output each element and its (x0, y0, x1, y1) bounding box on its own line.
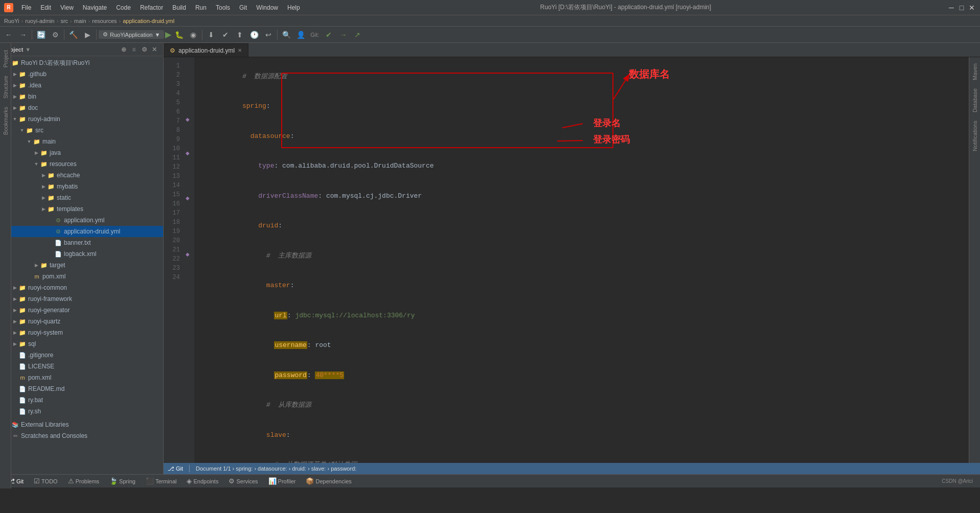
tree-item-ruoyi-generator[interactable]: ▶ 📁 ruoyi-generator (0, 305, 163, 316)
breadcrumb-part-5[interactable]: resources (92, 18, 117, 24)
menu-file[interactable]: File (17, 3, 35, 12)
vcs-update-button[interactable]: ⬇ (204, 28, 218, 41)
right-tab-maven[interactable]: Maven (971, 59, 979, 84)
left-tab-project[interactable]: Project (2, 47, 10, 71)
tree-item-src[interactable]: ▼ 📁 src (0, 125, 163, 136)
tree-item-templates[interactable]: ▶ 📁 templates (0, 203, 163, 215)
tree-item-ehcache[interactable]: ▶ 📁 ehcache (0, 170, 163, 181)
bottom-tool-profiler[interactable]: 📊 Profiler (265, 476, 299, 486)
comment-enabled: # 从数据源开关/默认关闭 (274, 461, 356, 463)
debug-button[interactable]: 🐛 (172, 28, 186, 41)
sidebar-dropdown-arrow[interactable]: ▼ (25, 46, 31, 53)
breadcrumb-part-4[interactable]: main (74, 18, 86, 24)
tree-item-ruoyi-common[interactable]: ▶ 📁 ruoyi-common (0, 282, 163, 293)
menu-view[interactable]: View (56, 3, 78, 12)
tree-item-bin[interactable]: ▶ 📁 bin (0, 91, 163, 102)
menu-code[interactable]: Code (112, 3, 135, 12)
sidebar-action-3[interactable]: ⚙ (140, 45, 149, 54)
tree-item-scratches[interactable]: ▶ ✏ Scratches and Consoles (0, 430, 163, 441)
left-tab-bookmarks[interactable]: Bookmarks (2, 104, 10, 138)
menu-build[interactable]: Build (168, 3, 190, 12)
tree-item-idea[interactable]: ▶ 📁 .idea (0, 80, 163, 91)
tree-item-doc[interactable]: ▶ 📁 doc (0, 102, 163, 113)
sync-button[interactable]: 🔄 (34, 28, 48, 41)
vcs-history-button[interactable]: 🕐 (247, 28, 261, 41)
right-tab-notifications[interactable]: Notifications (971, 116, 979, 155)
right-tab-database[interactable]: Database (971, 84, 979, 116)
tree-item-github[interactable]: ▶ 📁 .github (0, 68, 163, 80)
tree-item-resources[interactable]: ▼ 📁 resources (0, 158, 163, 170)
menu-navigate[interactable]: Navigate (79, 3, 111, 12)
maximize-button[interactable]: □ (958, 4, 966, 12)
tree-item-logback[interactable]: 📄 logback.xml (0, 248, 163, 260)
tree-item-app-yml[interactable]: ⚙ application.yml (0, 215, 163, 226)
bottom-tool-todo[interactable]: ☑ TODO (31, 476, 61, 486)
tree-item-ruoyi-system[interactable]: ▶ 📁 ruoyi-system (0, 327, 163, 338)
tree-item-license[interactable]: 📄 LICENSE (0, 361, 163, 372)
git-check-button[interactable]: ✔ (322, 28, 335, 41)
tree-item-ruoyi-framework[interactable]: ▶ 📁 ruoyi-framework (0, 293, 163, 305)
bottom-tool-dependencies[interactable]: 📦 Dependencies (303, 476, 354, 486)
menu-refactor[interactable]: Refactor (136, 3, 167, 12)
back-button[interactable]: ← (2, 28, 15, 41)
breadcrumb-part-2[interactable]: ruoyi-admin (25, 18, 54, 24)
vcs-commit-button[interactable]: ✔ (219, 28, 232, 41)
tree-item-main[interactable]: ▼ 📁 main (0, 136, 163, 147)
tree-item-java[interactable]: ▶ 📁 java (0, 147, 163, 158)
breadcrumb-part-6[interactable]: application-druid.yml (123, 18, 174, 24)
tree-item-static[interactable]: ▶ 📁 static (0, 192, 163, 203)
code-line-14: # 从数据源开关/默认关闭 (202, 450, 961, 463)
vcs-revert-button[interactable]: ↩ (262, 28, 275, 41)
sidebar-action-2[interactable]: ≡ (129, 45, 139, 54)
tree-item-sql[interactable]: ▶ 📁 sql (0, 338, 163, 349)
bottom-tool-terminal[interactable]: ⬛ Terminal (143, 476, 180, 486)
tree-item-ruoyi-admin[interactable]: ▼ 📁 ruoyi-admin (0, 113, 163, 125)
tree-item-pom-admin[interactable]: m pom.xml (0, 271, 163, 282)
close-button[interactable]: ✕ (968, 4, 976, 12)
tree-item-gitignore[interactable]: 📄 .gitignore (0, 349, 163, 361)
build-button[interactable]: 🔨 (66, 28, 80, 41)
breadcrumb-part-3[interactable]: src (60, 18, 68, 24)
minimize-button[interactable]: ─ (947, 4, 955, 12)
left-tab-structure[interactable]: Structure (2, 73, 10, 102)
breadcrumb-part-1[interactable]: RuoYi (4, 18, 19, 24)
tree-item-druid-yml[interactable]: ⚙ application-druid.yml (0, 226, 163, 237)
run-button[interactable]: ▶ (165, 30, 171, 39)
tree-item-ext-lib[interactable]: ▶ 📚 External Libraries (0, 419, 163, 430)
user-button[interactable]: 👤 (294, 28, 307, 41)
tree-item-readme[interactable]: 📄 README.md (0, 383, 163, 394)
tree-item-pom-root[interactable]: m pom.xml (0, 372, 163, 383)
menu-window[interactable]: Window (252, 3, 282, 12)
forward-button[interactable]: → (16, 28, 30, 41)
tree-item-rybat[interactable]: 📄 ry.bat (0, 394, 163, 406)
menu-run[interactable]: Run (191, 3, 211, 12)
tab-close-button[interactable]: ✕ (238, 48, 242, 53)
status-git[interactable]: ⎇ Git (168, 465, 183, 472)
vcs-push-button[interactable]: ⬆ (233, 28, 246, 41)
bottom-tool-endpoints[interactable]: ◈ Endpoints (184, 476, 221, 486)
sidebar-action-1[interactable]: ⊕ (119, 45, 128, 54)
menu-tools[interactable]: Tools (212, 3, 234, 12)
tree-item-rysh[interactable]: 📄 ry.sh (0, 406, 163, 417)
settings-button[interactable]: ⚙ (49, 28, 62, 41)
menu-help[interactable]: Help (283, 3, 304, 12)
tree-item-mybatis[interactable]: ▶ 📁 mybatis (0, 181, 163, 192)
coverage-button[interactable]: ◉ (187, 28, 200, 41)
run-all-button[interactable]: ▶ (81, 28, 94, 41)
run-config-selector[interactable]: ⚙ RuoYiApplication ▼ (99, 30, 164, 39)
menu-edit[interactable]: Edit (36, 3, 55, 12)
tree-item-target[interactable]: ▶ 📁 target (0, 260, 163, 271)
tree-item-banner[interactable]: 📄 banner.txt (0, 237, 163, 248)
bottom-tool-spring[interactable]: 🍃 Spring (106, 476, 139, 486)
tree-item-ruoyi-quartz[interactable]: ▶ 📁 ruoyi-quartz (0, 316, 163, 327)
git-arrow-button[interactable]: → (336, 28, 350, 41)
tree-root[interactable]: ▼ 📁 RuoYi D:\若依项目\RuoYi (0, 57, 163, 68)
bottom-tool-problems[interactable]: ⚠ Problems (65, 476, 102, 486)
code-area[interactable]: 数据库名 登录名 (194, 57, 969, 463)
menu-git[interactable]: Git (235, 3, 251, 12)
tab-druid-yml[interactable]: ⚙ application-druid.yml ✕ (164, 43, 248, 57)
search-everywhere-button[interactable]: 🔍 (280, 28, 293, 41)
bottom-tool-services[interactable]: ⚙ Services (225, 476, 261, 486)
sidebar-close[interactable]: ✕ (150, 45, 159, 54)
git-arrow2-button[interactable]: ↗ (351, 28, 364, 41)
